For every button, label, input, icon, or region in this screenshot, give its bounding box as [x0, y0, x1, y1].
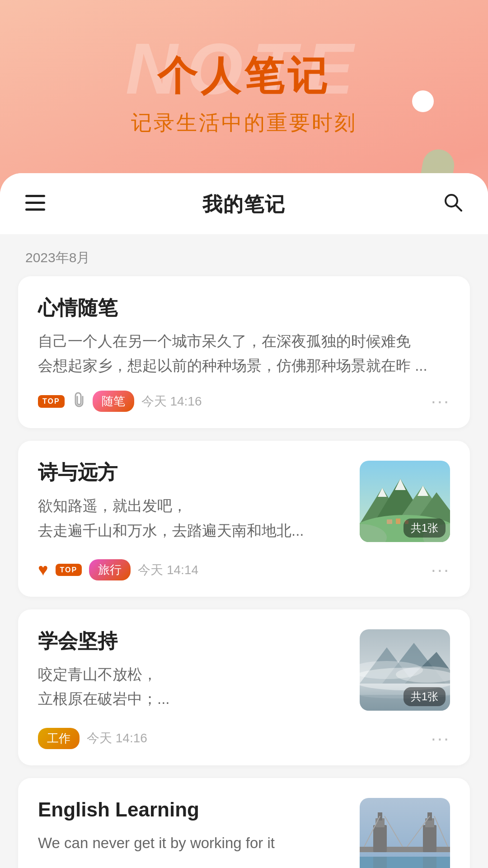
heart-icon-2: ♥ [38, 560, 48, 580]
note-more-3[interactable]: ··· [431, 728, 450, 749]
svg-rect-1 [25, 202, 45, 204]
navbar-title: 我的笔记 [202, 191, 286, 218]
note-tags-2: ♥ TOP 旅行 今天 14:14 [38, 559, 198, 580]
note-more-1[interactable]: ··· [431, 391, 450, 411]
svg-rect-2 [25, 208, 45, 211]
svg-rect-31 [373, 825, 387, 852]
sub-title: 记录生活中的重要时刻 [0, 109, 488, 137]
svg-rect-16 [387, 519, 392, 524]
note-text-4: We can never get it by working for it [38, 831, 349, 855]
clip-icon-1 [72, 392, 85, 411]
note-content-4: English Learning We can never get it by … [38, 798, 349, 868]
note-time-2: 今天 14:14 [138, 561, 198, 579]
note-more-2[interactable]: ··· [431, 560, 450, 580]
tag-lvxing-2: 旅行 [89, 559, 131, 580]
note-card-2[interactable]: 诗与远方 欲知路遥，就出发吧，去走遍千山和万水，去踏遍天南和地北... [18, 441, 470, 597]
note-image-4 [360, 798, 450, 868]
note-text-3: 咬定青山不放松，立根原在破岩中；... [38, 662, 349, 712]
note-image-2: 共1张 [360, 461, 450, 542]
note-card-1[interactable]: 心情随笔 自己一个人在另一个城市呆久了，在深夜孤独的时候难免会想起家乡，想起以前… [18, 276, 470, 429]
tag-suibi-1: 随笔 [93, 391, 134, 412]
note-title-3: 学会坚持 [38, 629, 349, 653]
top-badge-2: TOP [56, 564, 82, 576]
note-card-inner-3: 学会坚持 咬定青山不放松，立根原在破岩中；... [38, 629, 450, 724]
image-count-2: 共1张 [404, 519, 446, 538]
search-icon[interactable] [443, 192, 463, 217]
top-badge-1: TOP [38, 395, 65, 407]
note-card-4[interactable]: English Learning We can never get it by … [18, 778, 470, 868]
note-content-3: 学会坚持 咬定青山不放松，立根原在破岩中；... [38, 629, 349, 724]
note-content-2: 诗与远方 欲知路遥，就出发吧，去走遍千山和万水，去踏遍天南和地北... [38, 461, 349, 556]
svg-line-4 [456, 205, 461, 211]
navbar: 我的笔记 [0, 173, 488, 234]
svg-rect-42 [423, 857, 436, 868]
note-title-2: 诗与远方 [38, 461, 349, 485]
note-card-inner-2: 诗与远方 欲知路遥，就出发吧，去走遍千山和万水，去踏遍天南和地北... [38, 461, 450, 556]
note-time-1: 今天 14:16 [141, 393, 202, 410]
svg-rect-34 [423, 825, 436, 852]
note-footer-3: 工作 今天 14:16 ··· [38, 728, 450, 749]
note-card-inner-4: English Learning We can never get it by … [38, 798, 450, 868]
menu-icon[interactable] [25, 194, 45, 214]
note-title-1: 心情随笔 [38, 296, 450, 320]
header-section: 个人笔记 记录生活中的重要时刻 [0, 0, 488, 164]
image-count-3: 共1张 [404, 687, 446, 706]
date-section: 2023年8月 [0, 234, 488, 276]
notes-list: 心情随笔 自己一个人在另一个城市呆久了，在深夜孤独的时候难免会想起家乡，想起以前… [0, 276, 488, 868]
svg-rect-0 [25, 195, 45, 197]
note-text-2: 欲知路遥，就出发吧，去走遍千山和万水，去踏遍天南和地北... [38, 494, 349, 543]
note-tags-3: 工作 今天 14:16 [38, 728, 147, 749]
note-title-4: English Learning [38, 798, 349, 822]
note-footer-1: TOP 随笔 今天 14:16 ··· [38, 391, 450, 412]
tag-gongzuo-3: 工作 [38, 728, 80, 749]
note-card-3[interactable]: 学会坚持 咬定青山不放松，立根原在破岩中；... [18, 609, 470, 765]
note-time-3: 今天 14:16 [87, 730, 147, 747]
note-footer-2: ♥ TOP 旅行 今天 14:14 ··· [38, 559, 450, 580]
svg-rect-41 [373, 857, 387, 868]
main-title: 个人笔记 [0, 54, 488, 98]
note-tags-1: TOP 随笔 今天 14:16 [38, 391, 202, 412]
svg-rect-17 [396, 519, 400, 524]
note-image-3: 共1张 [360, 629, 450, 711]
card-container: 我的笔记 2023年8月 心情随笔 自己一个人在另一个城市呆久了，在深夜孤独的时… [0, 173, 488, 868]
note-text-1: 自己一个人在另一个城市呆久了，在深夜孤独的时候难免会想起家乡，想起以前的种种场景… [38, 329, 450, 378]
